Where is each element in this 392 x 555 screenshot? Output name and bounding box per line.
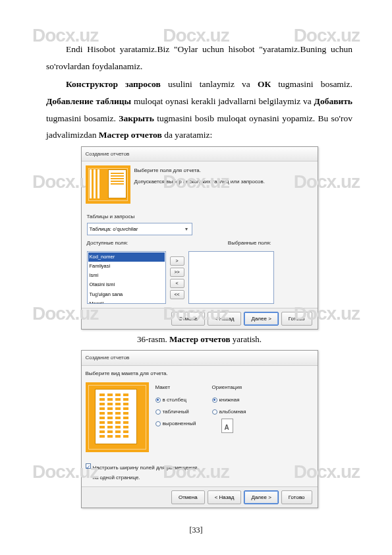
list-item[interactable]: Manzil [88, 299, 165, 304]
radio-label: табличный [163, 407, 189, 417]
radio-label: альбомная [219, 407, 246, 417]
page-content: Endi Hisobot yaratamiz.Biz "Oylar uchun … [0, 0, 392, 508]
radio-option-column[interactable]: в столбец [155, 395, 196, 405]
radio-option-justified[interactable]: выровненный [155, 419, 196, 428]
layout-radio-group: Макет в столбец табличный выровненный [155, 382, 196, 452]
chevron-down-icon: ▾ [183, 224, 190, 234]
orientation-preview-icon [221, 419, 233, 433]
caption-rest: yaratish. [230, 334, 262, 344]
radio-icon [212, 397, 217, 403]
report-wizard-dialog-fields: Создание отчетов Выберите поля для отчет… [81, 146, 318, 330]
list-item[interactable]: Ismi [88, 271, 165, 280]
orientation-radio-group: Ориентация книжная альбомная [212, 382, 246, 452]
paragraph-2: Конструктор запросов usulini tanlaymiz v… [46, 76, 352, 144]
figure-caption-36: 36-rasm. Мастер отчетов yaratish. [46, 332, 352, 348]
text-bold: Закрыть [119, 113, 154, 123]
report-wizard-dialog-layout: Создание отчетов Выберите вид макета для… [81, 350, 318, 508]
instruction-text: Выберите поля для отчета. [134, 165, 314, 175]
layout-group-title: Макет [155, 382, 196, 392]
caption-num: 36-rasm. [137, 334, 169, 344]
combo-value: Таблица: o'quvchilar [90, 224, 138, 234]
radio-label: выровненный [163, 419, 196, 428]
caption-bold: Мастер отчетов [169, 334, 230, 344]
finish-button[interactable]: Готово [281, 312, 312, 326]
available-fields-label: Доступные поля: [87, 238, 128, 248]
back-button[interactable]: < Назад [208, 490, 242, 504]
back-button[interactable]: < Назад [208, 312, 242, 326]
orientation-group-title: Ориентация [212, 382, 246, 392]
radio-icon [212, 409, 217, 415]
text: tugmasini bosamiz. [46, 113, 119, 123]
cancel-button[interactable]: Отмена [171, 312, 205, 326]
text: da yaratamiz: [162, 130, 212, 140]
text-bold: Добавление таблицы [46, 96, 131, 106]
text: tugmasini bosamiz. [271, 79, 352, 89]
radio-option-tabular[interactable]: табличный [155, 407, 196, 417]
text: muloqat oynasi kerakli jadvallarni belgi… [131, 96, 314, 106]
list-item[interactable]: Familyasi [88, 262, 165, 271]
move-all-right-button[interactable]: >> [170, 268, 184, 277]
list-item[interactable]: Kod_nomer [88, 252, 165, 262]
text-bold: Добавить [314, 96, 352, 106]
move-all-left-button[interactable]: << [170, 290, 184, 299]
tables-combo[interactable]: Таблица: o'quvchilar ▾ [87, 223, 192, 235]
text-bold: Мастер отчетов [99, 130, 162, 140]
next-button[interactable]: Далее > [244, 490, 278, 504]
cancel-button[interactable]: Отмена [171, 490, 205, 504]
layout-instruction: Выберите вид макета для отчета. [82, 366, 318, 378]
radio-icon [155, 421, 161, 426]
layout-preview-icon [86, 382, 149, 452]
radio-icon [155, 397, 161, 403]
radio-option-portrait[interactable]: книжная [212, 395, 246, 405]
finish-button[interactable]: Готово [281, 490, 312, 504]
checkbox-icon [86, 463, 91, 469]
tables-queries-label: Таблицы и запросы [87, 212, 312, 221]
radio-icon [155, 409, 161, 415]
text-bold: ОК [258, 79, 271, 89]
radio-label: книжная [219, 395, 240, 405]
text-bold: Конструктор запросов [66, 79, 161, 89]
next-button[interactable]: Далее > [244, 312, 278, 326]
dialog-button-bar: Отмена < Назад Далее > Готово [82, 308, 318, 329]
checkbox-label: Настроить ширину полей для размещения на… [93, 463, 198, 482]
fit-width-checkbox-row[interactable]: Настроить ширину полей для размещения на… [86, 463, 198, 482]
page-number: [33] [0, 525, 392, 535]
radio-label: в столбец [163, 395, 187, 405]
dialog-title: Создание отчетов [82, 351, 318, 365]
move-left-button[interactable]: < [170, 279, 184, 288]
available-fields-listbox[interactable]: Kod_nomer Familyasi Ismi Otasini ismi Tu… [87, 251, 166, 304]
text: usulini tanlaymiz va [161, 79, 258, 89]
list-item[interactable]: Tug'ulgan sana [88, 290, 165, 299]
move-right-button[interactable]: > [170, 256, 184, 266]
dialog-title: Создание отчетов [82, 147, 318, 161]
list-item[interactable]: Otasini ismi [88, 280, 165, 289]
wizard-icon [86, 165, 130, 204]
instruction-text: Допускается выбор нескольких таблиц или … [134, 177, 314, 187]
selected-fields-listbox[interactable] [188, 251, 274, 304]
selected-fields-label: Выбранные поля: [228, 238, 271, 248]
move-buttons: > >> < << [170, 256, 184, 299]
paragraph-1: Endi Hisobot yaratamiz.Biz "Oylar uchun … [46, 41, 352, 74]
radio-option-landscape[interactable]: альбомная [212, 407, 246, 417]
dialog-button-bar: Отмена < Назад Далее > Готово [82, 486, 318, 508]
